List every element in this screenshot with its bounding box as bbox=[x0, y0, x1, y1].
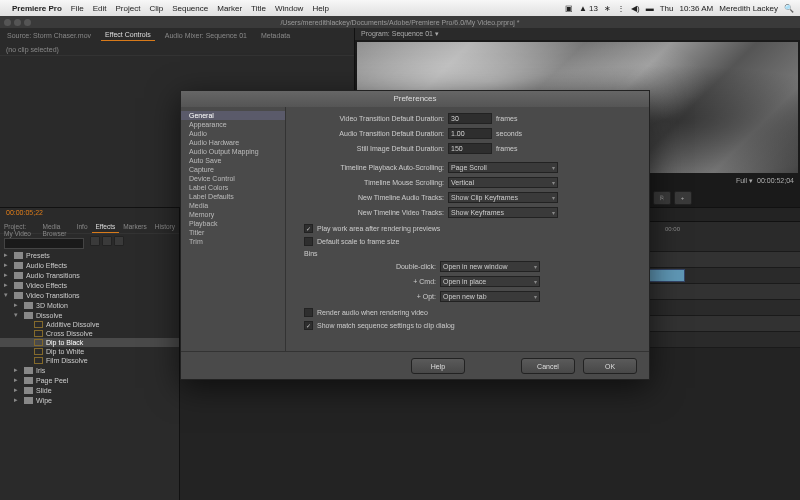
prefs-category-label-defaults[interactable]: Label Defaults bbox=[181, 192, 285, 201]
prefs-category-audio-output-mapping[interactable]: Audio Output Mapping bbox=[181, 147, 285, 156]
tab-program[interactable]: Program: Sequence 01 ▾ bbox=[361, 30, 439, 37]
opt-select[interactable]: Open new tab bbox=[440, 291, 540, 302]
help-button[interactable]: Help bbox=[411, 358, 465, 374]
volume-icon[interactable]: ◀) bbox=[631, 4, 640, 13]
effect-folder[interactable]: ▸Wipe bbox=[0, 395, 179, 405]
tab-source[interactable]: Source: Storm Chaser.mov bbox=[3, 30, 95, 41]
effect-item[interactable]: Film Dissolve bbox=[0, 356, 179, 365]
settings-button[interactable]: + bbox=[674, 191, 692, 205]
cancel-button[interactable]: Cancel bbox=[521, 358, 575, 374]
fit-menu[interactable]: Full ▾ bbox=[736, 177, 753, 184]
prefs-category-media[interactable]: Media bbox=[181, 201, 285, 210]
tab-audio-mixer[interactable]: Audio Mixer: Sequence 01 bbox=[161, 30, 251, 41]
folder-icon bbox=[24, 367, 33, 374]
render-audio-checkbox[interactable] bbox=[304, 308, 313, 317]
scroll-select[interactable]: Page Scroll bbox=[448, 162, 558, 173]
clock-time[interactable]: 10:36 AM bbox=[679, 4, 713, 13]
effect-item[interactable]: Cross Dissolve bbox=[0, 329, 179, 338]
tab-media-browser[interactable]: Media Browser bbox=[39, 220, 73, 233]
menu-project[interactable]: Project bbox=[116, 4, 141, 13]
prefs-category-appearance[interactable]: Appearance bbox=[181, 120, 285, 129]
menu-title[interactable]: Title bbox=[251, 4, 266, 13]
tab-metadata[interactable]: Metadata bbox=[257, 30, 294, 41]
effect-folder[interactable]: ▸Slide bbox=[0, 385, 179, 395]
playhead-timecode[interactable]: 00:00:05;22 bbox=[0, 208, 179, 220]
prefs-category-playback[interactable]: Playback bbox=[181, 219, 285, 228]
project-panel: 00:00:05;22 Project: My Video Media Brow… bbox=[0, 208, 180, 500]
effect-folder[interactable]: ▾Dissolve bbox=[0, 310, 179, 320]
prefs-category-audio-hardware[interactable]: Audio Hardware bbox=[181, 138, 285, 147]
dbl-select[interactable]: Open in new window bbox=[440, 261, 540, 272]
mouse-select[interactable]: Vertical bbox=[448, 177, 558, 188]
prefs-category-device-control[interactable]: Device Control bbox=[181, 174, 285, 183]
export-frame-button[interactable]: ⎘ bbox=[653, 191, 671, 205]
cmd-select[interactable]: Open in place bbox=[440, 276, 540, 287]
minimize-icon[interactable] bbox=[14, 19, 21, 26]
battery-icon[interactable]: ▬ bbox=[646, 4, 654, 13]
spotlight-icon[interactable]: 🔍 bbox=[784, 4, 794, 13]
effect-folder[interactable]: ▾Video Transitions bbox=[0, 290, 179, 300]
still-input[interactable] bbox=[448, 143, 492, 154]
item-label: Iris bbox=[36, 367, 45, 374]
prefs-category-trim[interactable]: Trim bbox=[181, 237, 285, 246]
effect-item[interactable]: Dip to Black bbox=[0, 338, 179, 347]
close-icon[interactable] bbox=[4, 19, 11, 26]
effect-folder[interactable]: ▸Presets bbox=[0, 250, 179, 260]
menu-help[interactable]: Help bbox=[312, 4, 328, 13]
bluetooth-icon[interactable]: ∗ bbox=[604, 4, 611, 13]
fx-filter-icon[interactable] bbox=[90, 236, 100, 246]
program-timecode[interactable]: 00:00:52;04 bbox=[757, 177, 794, 184]
newvid-select[interactable]: Show Keyframes bbox=[448, 207, 558, 218]
wifi-icon[interactable]: ⋮ bbox=[617, 4, 625, 13]
menu-sequence[interactable]: Sequence bbox=[172, 4, 208, 13]
folder-icon bbox=[14, 262, 23, 269]
prefs-category-capture[interactable]: Capture bbox=[181, 165, 285, 174]
vid-trans-input[interactable] bbox=[448, 113, 492, 124]
prefs-category-titler[interactable]: Titler bbox=[181, 228, 285, 237]
effect-folder[interactable]: ▸Video Effects bbox=[0, 280, 179, 290]
item-label: Dip to Black bbox=[46, 339, 83, 346]
menu-edit[interactable]: Edit bbox=[93, 4, 107, 13]
prefs-category-general[interactable]: General bbox=[181, 111, 285, 120]
effect-folder[interactable]: ▸Iris bbox=[0, 365, 179, 375]
tab-effect-controls[interactable]: Effect Controls bbox=[101, 29, 155, 41]
effect-folder[interactable]: ▸Audio Effects bbox=[0, 260, 179, 270]
effect-item[interactable]: Additive Dissolve bbox=[0, 320, 179, 329]
app-menu[interactable]: Premiere Pro bbox=[12, 4, 62, 13]
folder-icon bbox=[24, 387, 33, 394]
prefs-category-memory[interactable]: Memory bbox=[181, 210, 285, 219]
effect-item[interactable]: Dip to White bbox=[0, 347, 179, 356]
clock-day[interactable]: Thu bbox=[660, 4, 674, 13]
menu-marker[interactable]: Marker bbox=[217, 4, 242, 13]
effect-folder[interactable]: ▸Page Peel bbox=[0, 375, 179, 385]
tab-history[interactable]: History bbox=[151, 220, 179, 233]
show-match-checkbox[interactable]: ✓ bbox=[304, 321, 313, 330]
prefs-categories[interactable]: GeneralAppearanceAudioAudio HardwareAudi… bbox=[181, 107, 286, 351]
zoom-icon[interactable] bbox=[24, 19, 31, 26]
aud-trans-input[interactable] bbox=[448, 128, 492, 139]
default-scale-checkbox[interactable] bbox=[304, 237, 313, 246]
menu-window[interactable]: Window bbox=[275, 4, 303, 13]
aud-trans-label: Audio Transition Default Duration: bbox=[296, 130, 444, 137]
ok-button[interactable]: OK bbox=[583, 358, 637, 374]
prefs-category-label-colors[interactable]: Label Colors bbox=[181, 183, 285, 192]
tab-markers[interactable]: Markers bbox=[119, 220, 150, 233]
play-after-render-checkbox[interactable]: ✓ bbox=[304, 224, 313, 233]
menu-file[interactable]: File bbox=[71, 4, 84, 13]
menubar-icon[interactable]: ▣ bbox=[565, 4, 573, 13]
notif-icon[interactable]: ▲ 13 bbox=[579, 4, 598, 13]
menu-clip[interactable]: Clip bbox=[149, 4, 163, 13]
prefs-category-auto-save[interactable]: Auto Save bbox=[181, 156, 285, 165]
effects-tree[interactable]: ▸Presets▸Audio Effects▸Audio Transitions… bbox=[0, 248, 179, 500]
prefs-category-audio[interactable]: Audio bbox=[181, 129, 285, 138]
fx-yuv-icon[interactable] bbox=[114, 236, 124, 246]
newaud-select[interactable]: Show Clip Keyframes bbox=[448, 192, 558, 203]
fx-32bit-icon[interactable] bbox=[102, 236, 112, 246]
tab-effects[interactable]: Effects bbox=[92, 220, 120, 233]
effect-folder[interactable]: ▸3D Motion bbox=[0, 300, 179, 310]
tab-info[interactable]: Info bbox=[73, 220, 92, 233]
user-name[interactable]: Meredith Lackey bbox=[719, 4, 778, 13]
tab-project[interactable]: Project: My Video bbox=[0, 220, 39, 233]
effect-folder[interactable]: ▸Audio Transitions bbox=[0, 270, 179, 280]
unit-label: seconds bbox=[496, 130, 522, 137]
